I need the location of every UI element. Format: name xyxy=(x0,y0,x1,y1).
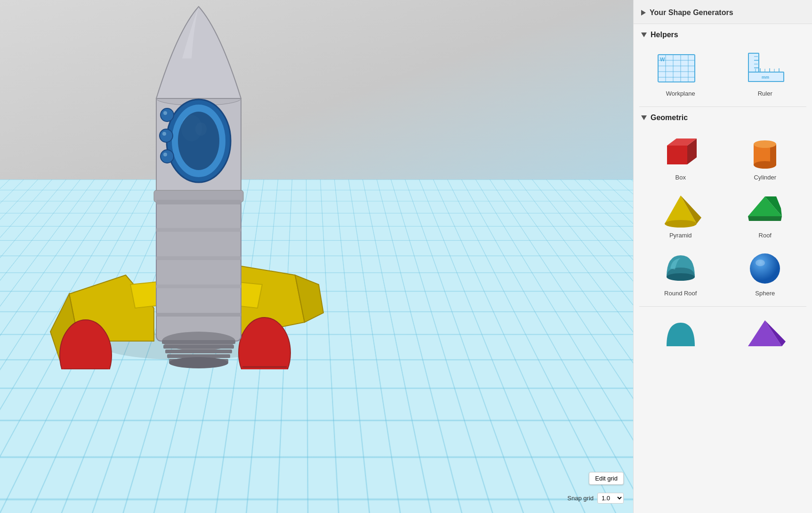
snap-grid-bar: Snap grid 0.1 0.5 1.0 2.0 5.0 10.0 xyxy=(567,493,624,504)
expand-shape-generators-icon xyxy=(641,10,646,16)
round-roof-icon xyxy=(659,249,702,287)
box-icon xyxy=(659,133,702,171)
ruler-item[interactable]: mm Ruler xyxy=(724,46,807,101)
svg-rect-34 xyxy=(156,256,241,260)
collapse-helpers-icon xyxy=(641,33,647,37)
svg-point-25 xyxy=(178,112,219,170)
helpers-grid: W Workplane xyxy=(634,44,812,106)
canvas-area: Edit grid Snap grid 0.1 0.5 1.0 2.0 5.0 … xyxy=(0,0,633,513)
svg-point-30 xyxy=(162,132,166,136)
partial-shape-icon-1 xyxy=(659,313,702,351)
svg-point-80 xyxy=(667,273,695,281)
svg-rect-36 xyxy=(156,313,241,317)
svg-point-81 xyxy=(750,253,780,284)
svg-point-27 xyxy=(160,129,173,142)
snap-grid-select[interactable]: 0.1 0.5 1.0 2.0 5.0 10.0 xyxy=(597,493,624,504)
round-roof-shape-item[interactable]: Round Roof xyxy=(639,244,722,301)
more-shape-item-1[interactable] xyxy=(639,309,722,355)
ruler-label: Ruler xyxy=(758,90,772,97)
svg-rect-32 xyxy=(156,200,241,204)
shape-generators-title: Your Shape Generators xyxy=(650,8,733,17)
pyramid-shape-item[interactable]: Pyramid xyxy=(639,187,722,243)
snap-grid-label: Snap grid xyxy=(567,495,594,502)
partial-shape-icon-2 xyxy=(744,313,786,351)
pyramid-label: Pyramid xyxy=(669,232,692,239)
workplane-label: Workplane xyxy=(666,90,695,97)
svg-rect-33 xyxy=(156,228,241,232)
geometric-section-header[interactable]: Geometric xyxy=(634,107,812,127)
roof-label: Roof xyxy=(759,232,772,239)
geometric-title: Geometric xyxy=(651,114,688,122)
pyramid-icon xyxy=(659,191,702,229)
more-shape-item-2[interactable] xyxy=(724,309,807,355)
svg-point-82 xyxy=(756,260,765,266)
round-roof-label: Round Roof xyxy=(664,290,697,297)
cylinder-icon xyxy=(744,133,786,171)
sphere-label: Sphere xyxy=(755,290,775,297)
svg-point-31 xyxy=(163,153,167,156)
sphere-shape-item[interactable]: Sphere xyxy=(724,244,807,301)
svg-point-26 xyxy=(161,108,174,122)
roof-icon xyxy=(744,191,786,229)
svg-point-28 xyxy=(161,150,174,163)
helpers-title: Helpers xyxy=(651,31,678,39)
svg-point-76 xyxy=(665,220,697,228)
svg-point-29 xyxy=(163,111,167,115)
edit-grid-button[interactable]: Edit grid xyxy=(589,472,624,485)
box-label: Box xyxy=(675,174,686,181)
helpers-section-header[interactable]: Helpers xyxy=(634,24,812,44)
roof-shape-item[interactable]: Roof xyxy=(724,187,807,243)
svg-rect-38 xyxy=(162,340,235,344)
svg-point-72 xyxy=(754,140,776,148)
svg-point-43 xyxy=(169,357,228,368)
cylinder-label: Cylinder xyxy=(754,174,776,181)
ruler-icon: mm xyxy=(741,49,788,87)
workplane-item[interactable]: W Workplane xyxy=(639,46,722,101)
svg-point-73 xyxy=(754,161,776,169)
box-shape-item[interactable]: Box xyxy=(639,129,722,185)
svg-text:mm: mm xyxy=(762,75,769,80)
shape-generators-header[interactable]: Your Shape Generators xyxy=(634,0,812,24)
svg-text:W: W xyxy=(660,57,665,62)
workplane-icon: W xyxy=(657,49,704,87)
geometric-shape-grid: Box Cylinder xyxy=(634,127,812,306)
svg-rect-39 xyxy=(163,345,234,349)
cylinder-shape-item[interactable]: Cylinder xyxy=(724,129,807,185)
sphere-icon xyxy=(744,249,786,287)
svg-marker-67 xyxy=(667,146,687,164)
more-shapes-grid xyxy=(634,307,812,360)
right-panel: Your Shape Generators Helpers xyxy=(633,0,812,513)
rocket-container xyxy=(32,2,361,369)
svg-rect-40 xyxy=(165,350,232,353)
svg-rect-35 xyxy=(156,285,241,288)
svg-rect-17 xyxy=(156,190,241,341)
svg-marker-79 xyxy=(748,216,782,221)
collapse-geometric-icon xyxy=(641,115,647,120)
